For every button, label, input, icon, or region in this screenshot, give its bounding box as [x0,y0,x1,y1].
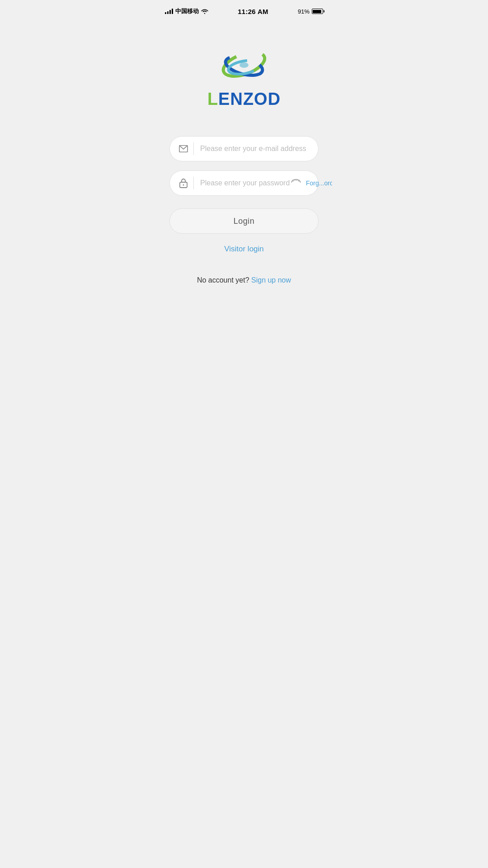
eye-closed-icon[interactable] [291,179,301,188]
logo-graphic [217,47,271,88]
password-field-wrapper: Forg...ord? [169,170,319,196]
divider [193,142,194,155]
form-container: Forg...ord? [169,136,319,196]
email-input[interactable] [200,145,309,153]
password-actions: Forg...ord? [291,179,332,188]
signal-icon [165,9,173,14]
visitor-login-link[interactable]: Visitor login [224,245,264,254]
logo-text: LENZOD [207,90,281,109]
carrier-name: 中国移动 [175,7,199,15]
logo-enzod: ENZOD [218,90,281,108]
divider [193,177,194,189]
svg-point-3 [239,62,249,68]
sign-up-link[interactable]: Sign up now [251,276,291,284]
wifi-icon [201,9,208,14]
forgot-password-link[interactable]: Forg...ord? [306,179,332,187]
status-right: 91% [298,8,323,15]
status-left: 中国移动 [165,7,208,15]
lock-icon [179,178,188,188]
signup-section: No account yet? Sign up now [197,276,291,284]
no-account-text: No account yet? [197,276,249,284]
svg-line-10 [299,180,299,181]
login-button[interactable]: Login [169,208,319,234]
mail-icon [179,145,188,153]
battery-percent: 91% [298,8,310,15]
svg-point-6 [183,184,184,186]
main-content: LENZOD [156,20,332,382]
svg-line-7 [293,180,293,181]
battery-icon [312,9,323,14]
password-input[interactable] [200,179,291,187]
logo-container: LENZOD [207,47,281,109]
status-bar: 中国移动 11:26 AM 91% [156,0,332,20]
logo-l: L [207,90,218,108]
status-time: 11:26 AM [238,8,268,15]
email-field-wrapper [169,136,319,161]
